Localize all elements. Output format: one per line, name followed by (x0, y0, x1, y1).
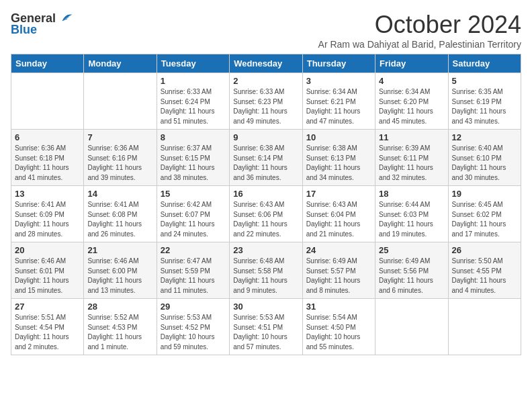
calendar-cell: 7Sunrise: 6:36 AM Sunset: 6:16 PM Daylig… (84, 130, 157, 186)
day-number: 11 (379, 132, 444, 142)
day-number: 16 (233, 189, 298, 199)
calendar-table: SundayMondayTuesdayWednesdayThursdayFrid… (11, 54, 521, 355)
calendar-cell: 17Sunrise: 6:43 AM Sunset: 6:04 PM Dayli… (302, 186, 375, 242)
day-number: 12 (452, 132, 517, 142)
day-info: Sunrise: 6:33 AM Sunset: 6:23 PM Dayligh… (233, 87, 298, 126)
day-number: 23 (233, 245, 298, 255)
day-number: 4 (379, 76, 444, 86)
calendar-cell: 13Sunrise: 6:41 AM Sunset: 6:09 PM Dayli… (11, 186, 84, 242)
day-info: Sunrise: 5:50 AM Sunset: 4:55 PM Dayligh… (452, 257, 517, 295)
calendar-cell: 2Sunrise: 6:33 AM Sunset: 6:23 PM Daylig… (230, 73, 302, 130)
day-number: 22 (161, 245, 226, 255)
column-header-monday: Monday (84, 54, 157, 73)
column-header-saturday: Saturday (448, 54, 521, 73)
calendar-cell: 31Sunrise: 5:54 AM Sunset: 4:50 PM Dayli… (302, 299, 375, 355)
calendar-cell: 18Sunrise: 6:44 AM Sunset: 6:03 PM Dayli… (375, 186, 448, 242)
day-info: Sunrise: 5:51 AM Sunset: 4:54 PM Dayligh… (15, 313, 80, 352)
calendar-cell: 20Sunrise: 6:46 AM Sunset: 6:01 PM Dayli… (11, 242, 84, 299)
column-header-thursday: Thursday (302, 54, 375, 73)
calendar-cell: 1Sunrise: 6:33 AM Sunset: 6:24 PM Daylig… (157, 73, 229, 130)
day-number: 2 (233, 76, 298, 86)
day-number: 18 (379, 189, 444, 199)
day-number: 13 (15, 189, 80, 199)
calendar-week-row: 6Sunrise: 6:36 AM Sunset: 6:18 PM Daylig… (11, 130, 521, 186)
page-header: General Blue October 2024 Ar Ram wa Dahi… (11, 11, 521, 50)
day-info: Sunrise: 6:49 AM Sunset: 5:57 PM Dayligh… (306, 257, 371, 295)
day-number: 1 (161, 76, 226, 86)
day-number: 27 (15, 302, 80, 312)
column-header-sunday: Sunday (11, 54, 84, 73)
calendar-week-row: 27Sunrise: 5:51 AM Sunset: 4:54 PM Dayli… (11, 299, 521, 355)
calendar-cell: 26Sunrise: 5:50 AM Sunset: 4:55 PM Dayli… (448, 242, 521, 299)
day-number: 6 (15, 132, 80, 142)
day-info: Sunrise: 5:53 AM Sunset: 4:52 PM Dayligh… (161, 313, 226, 352)
day-info: Sunrise: 6:47 AM Sunset: 5:59 PM Dayligh… (161, 257, 226, 295)
day-number: 8 (161, 132, 226, 142)
calendar-cell (11, 73, 84, 130)
day-info: Sunrise: 6:44 AM Sunset: 6:03 PM Dayligh… (379, 200, 444, 239)
calendar-cell: 4Sunrise: 6:34 AM Sunset: 6:20 PM Daylig… (375, 73, 448, 130)
calendar-cell: 8Sunrise: 6:37 AM Sunset: 6:15 PM Daylig… (157, 130, 229, 186)
calendar-cell: 21Sunrise: 6:46 AM Sunset: 6:00 PM Dayli… (84, 242, 157, 299)
calendar-cell: 16Sunrise: 6:43 AM Sunset: 6:06 PM Dayli… (230, 186, 302, 242)
month-title: October 2024 (318, 11, 521, 39)
calendar-cell: 10Sunrise: 6:38 AM Sunset: 6:13 PM Dayli… (302, 130, 375, 186)
day-info: Sunrise: 5:54 AM Sunset: 4:50 PM Dayligh… (306, 313, 371, 352)
calendar-cell: 24Sunrise: 6:49 AM Sunset: 5:57 PM Dayli… (302, 242, 375, 299)
day-info: Sunrise: 6:36 AM Sunset: 6:18 PM Dayligh… (15, 144, 80, 183)
day-info: Sunrise: 6:40 AM Sunset: 6:10 PM Dayligh… (452, 144, 517, 183)
day-number: 20 (15, 245, 80, 255)
day-info: Sunrise: 6:46 AM Sunset: 6:01 PM Dayligh… (15, 257, 80, 295)
calendar-cell (84, 73, 157, 130)
day-number: 7 (87, 132, 152, 142)
day-info: Sunrise: 6:46 AM Sunset: 6:00 PM Dayligh… (87, 257, 152, 295)
day-info: Sunrise: 6:38 AM Sunset: 6:14 PM Dayligh… (233, 144, 298, 183)
calendar-cell: 14Sunrise: 6:41 AM Sunset: 6:08 PM Dayli… (84, 186, 157, 242)
day-info: Sunrise: 5:52 AM Sunset: 4:53 PM Dayligh… (87, 313, 152, 352)
day-info: Sunrise: 6:34 AM Sunset: 6:20 PM Dayligh… (379, 87, 444, 126)
day-number: 10 (306, 132, 371, 142)
calendar-cell: 5Sunrise: 6:35 AM Sunset: 6:19 PM Daylig… (448, 73, 521, 130)
location-subtitle: Ar Ram wa Dahiyat al Barid, Palestinian … (318, 39, 521, 50)
day-number: 25 (379, 245, 444, 255)
calendar-cell (448, 299, 521, 355)
calendar-cell: 22Sunrise: 6:47 AM Sunset: 5:59 PM Dayli… (157, 242, 229, 299)
day-number: 24 (306, 245, 371, 255)
day-number: 28 (87, 302, 152, 312)
day-number: 3 (306, 76, 371, 86)
day-info: Sunrise: 6:36 AM Sunset: 6:16 PM Dayligh… (87, 144, 152, 183)
calendar-cell: 12Sunrise: 6:40 AM Sunset: 6:10 PM Dayli… (448, 130, 521, 186)
day-number: 21 (87, 245, 152, 255)
calendar-cell: 23Sunrise: 6:48 AM Sunset: 5:58 PM Dayli… (230, 242, 302, 299)
calendar-week-row: 20Sunrise: 6:46 AM Sunset: 6:01 PM Dayli… (11, 242, 521, 299)
column-header-tuesday: Tuesday (157, 54, 229, 73)
day-info: Sunrise: 6:45 AM Sunset: 6:02 PM Dayligh… (452, 200, 517, 239)
logo-blue-text: Blue (11, 23, 37, 37)
day-info: Sunrise: 6:42 AM Sunset: 6:07 PM Dayligh… (161, 200, 226, 239)
day-info: Sunrise: 6:41 AM Sunset: 6:09 PM Dayligh… (15, 200, 80, 239)
day-info: Sunrise: 6:43 AM Sunset: 6:04 PM Dayligh… (306, 200, 371, 239)
title-block: October 2024 Ar Ram wa Dahiyat al Barid,… (318, 11, 521, 50)
day-info: Sunrise: 6:48 AM Sunset: 5:58 PM Dayligh… (233, 257, 298, 295)
calendar-cell (375, 299, 448, 355)
day-info: Sunrise: 6:49 AM Sunset: 5:56 PM Dayligh… (379, 257, 444, 295)
day-info: Sunrise: 6:41 AM Sunset: 6:08 PM Dayligh… (87, 200, 152, 239)
day-number: 17 (306, 189, 371, 199)
day-info: Sunrise: 6:39 AM Sunset: 6:11 PM Dayligh… (379, 144, 444, 183)
day-info: Sunrise: 6:43 AM Sunset: 6:06 PM Dayligh… (233, 200, 298, 239)
calendar-cell: 19Sunrise: 6:45 AM Sunset: 6:02 PM Dayli… (448, 186, 521, 242)
logo-bird-icon (58, 11, 73, 26)
calendar-header-row: SundayMondayTuesdayWednesdayThursdayFrid… (11, 54, 521, 73)
day-number: 31 (306, 302, 371, 312)
calendar-cell: 29Sunrise: 5:53 AM Sunset: 4:52 PM Dayli… (157, 299, 229, 355)
day-number: 29 (161, 302, 226, 312)
calendar-cell: 28Sunrise: 5:52 AM Sunset: 4:53 PM Dayli… (84, 299, 157, 355)
day-number: 14 (87, 189, 152, 199)
calendar-cell: 15Sunrise: 6:42 AM Sunset: 6:07 PM Dayli… (157, 186, 229, 242)
logo: General Blue (11, 11, 73, 37)
calendar-cell: 25Sunrise: 6:49 AM Sunset: 5:56 PM Dayli… (375, 242, 448, 299)
day-info: Sunrise: 5:53 AM Sunset: 4:51 PM Dayligh… (233, 313, 298, 352)
calendar-cell: 6Sunrise: 6:36 AM Sunset: 6:18 PM Daylig… (11, 130, 84, 186)
day-info: Sunrise: 6:35 AM Sunset: 6:19 PM Dayligh… (452, 87, 517, 126)
day-number: 15 (161, 189, 226, 199)
